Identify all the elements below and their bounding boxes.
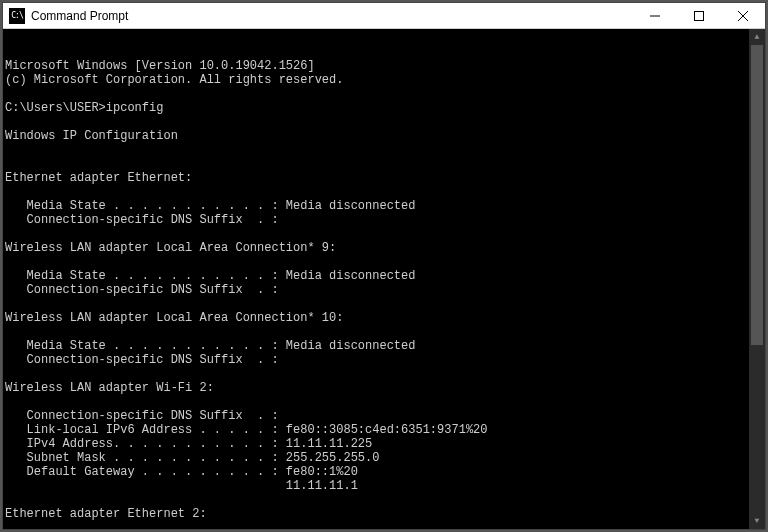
titlebar[interactable]: C:\ Command Prompt bbox=[3, 3, 765, 29]
scroll-thumb[interactable] bbox=[751, 45, 763, 345]
command-prompt-window: C:\ Command Prompt Microsoft Windows [Ve… bbox=[2, 2, 766, 530]
window-title: Command Prompt bbox=[31, 9, 633, 23]
cmd-icon-text: C:\ bbox=[11, 12, 22, 20]
svg-rect-1 bbox=[695, 11, 704, 20]
maximize-button[interactable] bbox=[677, 3, 721, 28]
window-controls bbox=[633, 3, 765, 28]
scroll-down-icon[interactable]: ▼ bbox=[749, 513, 765, 529]
cmd-icon: C:\ bbox=[9, 8, 25, 24]
terminal-text: Microsoft Windows [Version 10.0.19042.15… bbox=[5, 59, 765, 529]
minimize-button[interactable] bbox=[633, 3, 677, 28]
scroll-up-icon[interactable]: ▲ bbox=[749, 29, 765, 45]
terminal-area[interactable]: Microsoft Windows [Version 10.0.19042.15… bbox=[3, 29, 765, 529]
close-button[interactable] bbox=[721, 3, 765, 28]
scrollbar[interactable]: ▲ ▼ bbox=[749, 29, 765, 529]
